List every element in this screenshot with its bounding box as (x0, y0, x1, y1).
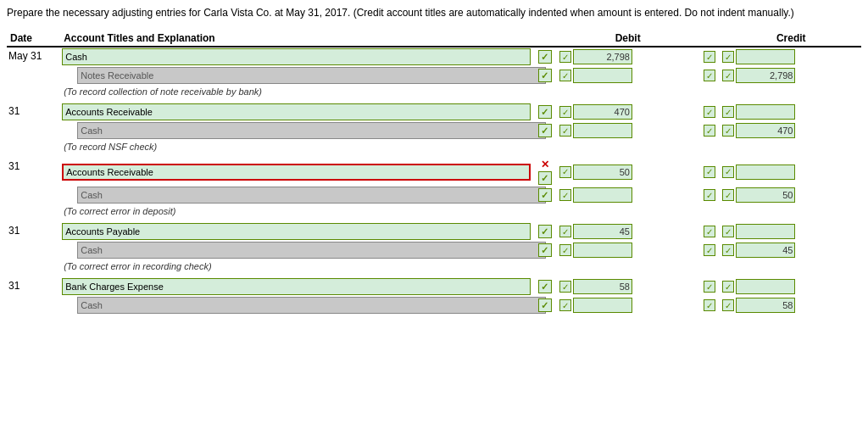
credit-input[interactable] (736, 187, 795, 203)
account-input[interactable] (77, 122, 546, 139)
debit-small-check[interactable]: ✓ (559, 106, 571, 118)
credit-small-check2[interactable]: ✓ (704, 166, 715, 178)
credit-small-check[interactable]: ✓ (722, 106, 734, 118)
credit-check-cell: ✓ (698, 66, 721, 85)
credit-cell: ✓ (721, 222, 861, 241)
credit-cell: ✓ (721, 47, 861, 66)
credit-input[interactable] (736, 243, 795, 258)
row-check-icon[interactable]: ✓ (538, 69, 552, 82)
credit-cell: ✓ (721, 158, 861, 186)
debit-cell: ✓ (558, 186, 698, 204)
row-check-icon[interactable]: ✓ (538, 50, 552, 64)
credit-input[interactable] (736, 298, 795, 313)
row-check-icon[interactable]: ✓ (538, 243, 552, 257)
debit-input[interactable] (573, 298, 632, 313)
debit-row-check-cell: ✓ (532, 277, 558, 296)
debit-cell: ✓ (558, 66, 698, 85)
credit-small-check2[interactable]: ✓ (704, 70, 715, 81)
debit-small-check[interactable]: ✓ (559, 166, 571, 178)
credit-small-check[interactable]: ✓ (722, 70, 734, 81)
table-row: 31 ✓ ✓ ✓ ✓ (7, 222, 861, 241)
credit-check-cell: ✓ (698, 47, 721, 66)
credit-cell: ✓ (721, 277, 861, 296)
row-check-icon[interactable]: ✓ (538, 105, 552, 119)
credit-check-cell: ✓ (698, 186, 721, 204)
account-cell (60, 241, 532, 259)
header-check2 (698, 31, 721, 47)
credit-input[interactable] (736, 123, 795, 138)
credit-small-check2[interactable]: ✓ (704, 189, 715, 201)
account-cell (60, 103, 532, 121)
debit-input[interactable] (573, 243, 632, 258)
credit-input[interactable] (736, 104, 795, 120)
credit-input[interactable] (736, 279, 795, 294)
account-input[interactable] (77, 187, 546, 204)
credit-input[interactable] (736, 68, 795, 83)
debit-small-check[interactable]: ✓ (559, 125, 571, 137)
debit-small-check[interactable]: ✓ (559, 281, 571, 293)
account-input[interactable] (77, 297, 546, 314)
credit-small-check[interactable]: ✓ (722, 244, 734, 256)
row-check-icon[interactable]: ✓ (538, 280, 552, 293)
note-date-cell (7, 140, 60, 153)
header-check1 (532, 31, 558, 47)
debit-small-check[interactable]: ✓ (559, 70, 571, 81)
debit-input[interactable] (573, 279, 632, 294)
row-check-icon[interactable]: ✓ (538, 124, 552, 137)
credit-small-check[interactable]: ✓ (722, 166, 734, 178)
account-input[interactable] (77, 242, 546, 259)
account-input[interactable] (62, 278, 531, 295)
credit-small-check[interactable]: ✓ (722, 125, 734, 137)
debit-input[interactable] (573, 104, 632, 120)
table-row: (To correct error in recording check) (7, 259, 861, 273)
credit-row-check-cell: ✓ (532, 66, 558, 85)
debit-input[interactable] (573, 123, 632, 138)
account-input[interactable] (62, 103, 531, 120)
empty-date (7, 296, 60, 315)
account-input[interactable] (62, 223, 531, 240)
note-date-cell (7, 259, 60, 273)
debit-small-check[interactable]: ✓ (559, 51, 571, 63)
empty-date (7, 241, 60, 259)
credit-check-cell: ✓ (698, 296, 721, 315)
row-check-icon[interactable]: ✓ (538, 298, 552, 312)
debit-input[interactable] (573, 165, 632, 180)
debit-small-check[interactable]: ✓ (559, 244, 571, 256)
debit-row-check-cell: ✓ (532, 47, 558, 66)
credit-small-check[interactable]: ✓ (722, 299, 734, 311)
row-check-icon[interactable]: ✓ (538, 171, 552, 185)
account-cell (60, 277, 532, 296)
debit-input[interactable] (573, 187, 632, 203)
empty-date (7, 121, 60, 140)
account-input[interactable] (77, 67, 546, 84)
debit-cell: ✓ (558, 241, 698, 259)
account-input[interactable] (62, 164, 531, 181)
debit-input[interactable] (573, 68, 632, 83)
header-credit: Credit (721, 31, 861, 47)
debit-small-check[interactable]: ✓ (559, 226, 571, 237)
credit-small-check2[interactable]: ✓ (704, 281, 715, 293)
credit-input[interactable] (736, 49, 795, 64)
credit-small-check2[interactable]: ✓ (704, 226, 715, 237)
row-check-icon[interactable]: ✓ (538, 188, 552, 202)
credit-small-check[interactable]: ✓ (722, 189, 734, 201)
table-row: ✓ ✓ ✓ ✓ (7, 66, 861, 85)
credit-input[interactable] (736, 224, 795, 239)
credit-input[interactable] (736, 165, 795, 180)
credit-small-check[interactable]: ✓ (722, 51, 734, 63)
credit-small-check[interactable]: ✓ (722, 281, 734, 293)
credit-small-check2[interactable]: ✓ (704, 244, 715, 256)
debit-cell: ✓ (558, 103, 698, 121)
debit-small-check[interactable]: ✓ (559, 189, 571, 201)
debit-small-check[interactable]: ✓ (559, 299, 571, 311)
row-check-icon[interactable]: ✓ (538, 225, 552, 238)
debit-input[interactable] (573, 224, 632, 239)
credit-small-check[interactable]: ✓ (722, 226, 734, 237)
credit-small-check2[interactable]: ✓ (704, 51, 715, 63)
debit-input[interactable] (573, 49, 632, 64)
account-input[interactable] (62, 48, 531, 65)
credit-small-check2[interactable]: ✓ (704, 106, 715, 118)
credit-small-check2[interactable]: ✓ (704, 125, 715, 137)
credit-small-check2[interactable]: ✓ (704, 299, 715, 311)
debit-row-check-cell: ✓ (532, 222, 558, 241)
